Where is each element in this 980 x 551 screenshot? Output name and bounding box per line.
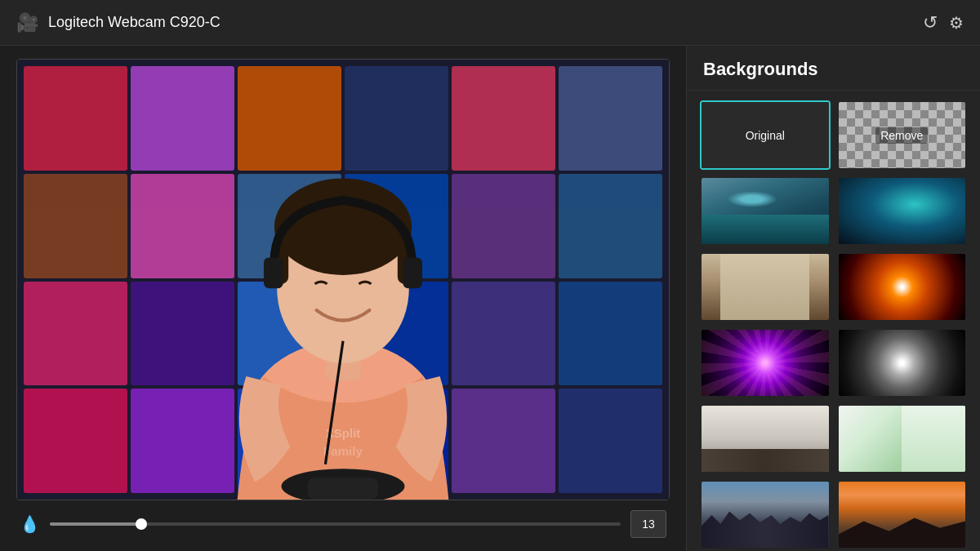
- bg-option-tunnel-grey[interactable]: [837, 328, 968, 398]
- backgrounds-grid: Original Remove: [687, 91, 980, 551]
- bg-cell: [559, 282, 662, 386]
- bg-cell: [24, 174, 127, 278]
- webcam-scene: XSplit Family: [17, 60, 669, 500]
- bg-cell: [24, 282, 127, 386]
- bg-bright-room-inner: [839, 406, 966, 472]
- bg-tunnel-orange-inner: [839, 254, 966, 320]
- refresh-icon[interactable]: ↺: [923, 12, 938, 33]
- bg-option-tunnel-purple[interactable]: [700, 328, 831, 398]
- blur-icon: 💧: [20, 514, 40, 534]
- bg-original-inner: Original: [702, 102, 829, 168]
- svg-point-5: [274, 179, 412, 276]
- bg-option-tunnel-orange[interactable]: [837, 252, 968, 322]
- svg-text:Family: Family: [323, 444, 363, 458]
- settings-icon[interactable]: ⚙: [949, 13, 964, 33]
- bg-cell: [559, 66, 662, 171]
- blur-slider-area: 💧 13: [16, 510, 670, 538]
- bg-room-inner: [702, 406, 829, 472]
- bg-landscape-inner: [702, 178, 829, 244]
- bg-office-inner: [702, 254, 829, 320]
- bg-cell: [24, 389, 127, 493]
- bg-cell: [24, 66, 127, 171]
- bg-option-city1[interactable]: [700, 480, 831, 549]
- video-preview: XSplit Family: [16, 59, 670, 500]
- original-label: Original: [746, 129, 785, 142]
- bg-option-remove[interactable]: Remove: [837, 100, 968, 170]
- slider-fill: [50, 522, 141, 526]
- main-content: XSplit Family: [0, 46, 980, 551]
- bg-tunnel-grey-inner: [839, 330, 966, 396]
- bg-city1-inner: [702, 482, 829, 548]
- person-silhouette: XSplit Family: [131, 95, 555, 500]
- slider-thumb[interactable]: [136, 518, 147, 530]
- bg-option-office[interactable]: [700, 252, 831, 322]
- camera-title: Logitech Webcam C920-C: [48, 14, 220, 31]
- app-header: 🎥 Logitech Webcam C920-C ↺ ⚙: [0, 0, 980, 46]
- svg-rect-11: [308, 478, 378, 500]
- webcam-icon: 🎥: [16, 12, 38, 33]
- bg-remove-inner: Remove: [839, 102, 966, 168]
- header-icons: ↺ ⚙: [923, 12, 964, 33]
- bg-option-abstract-blue[interactable]: [837, 176, 968, 246]
- bg-option-room[interactable]: [700, 404, 831, 473]
- bg-option-bright-room[interactable]: [837, 404, 968, 473]
- bg-cell: [559, 174, 662, 278]
- svg-rect-8: [264, 258, 283, 289]
- bg-option-city2[interactable]: [837, 480, 968, 549]
- svg-rect-9: [403, 258, 422, 289]
- bg-option-landscape[interactable]: [700, 176, 831, 246]
- left-panel: XSplit Family: [0, 46, 686, 551]
- remove-label: Remove: [875, 127, 928, 144]
- right-panel: Backgrounds Original Remove: [686, 46, 980, 551]
- backgrounds-title: Backgrounds: [687, 46, 980, 91]
- header-left: 🎥 Logitech Webcam C920-C: [16, 12, 220, 33]
- bg-city2-inner: [839, 482, 966, 548]
- bg-abstract-blue-inner: [839, 178, 966, 244]
- bg-tunnel-purple-inner: [702, 330, 829, 396]
- bg-cell: [559, 389, 662, 493]
- slider-value: 13: [630, 510, 666, 538]
- blur-slider-track[interactable]: [50, 522, 621, 526]
- bg-option-original[interactable]: Original: [700, 100, 831, 170]
